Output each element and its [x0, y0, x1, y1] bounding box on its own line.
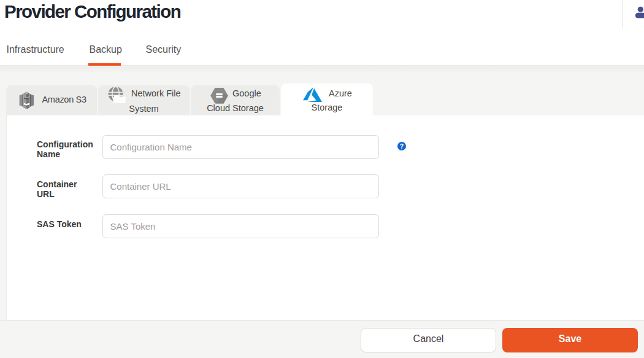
svg-text:?: ? — [400, 142, 404, 150]
